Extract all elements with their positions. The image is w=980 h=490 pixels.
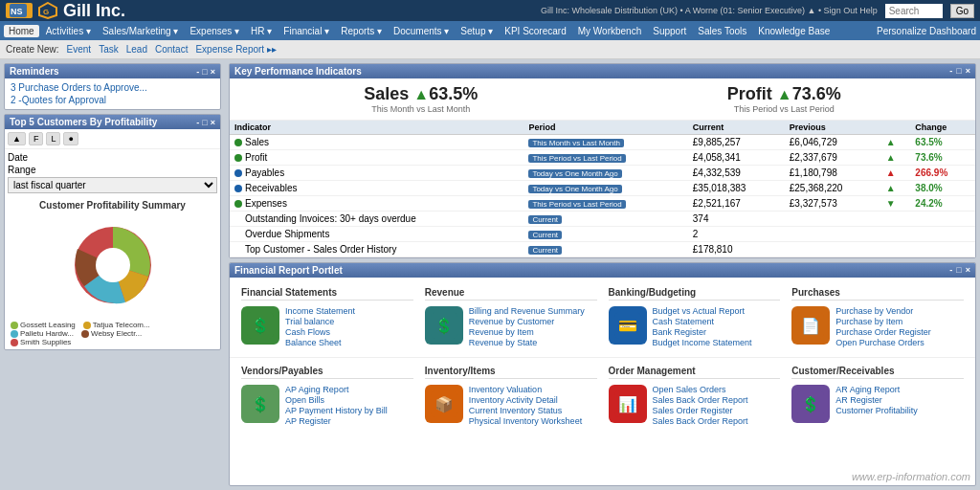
kpi-table-row: Overdue Shipments Current 2 (230, 227, 975, 242)
fin-link[interactable]: Inventory Valuation (469, 385, 582, 394)
kpi-expand[interactable]: □ (956, 66, 961, 77)
fin-link[interactable]: Customer Profitability (835, 406, 918, 415)
svg-text:💲: 💲 (801, 395, 820, 413)
create-event[interactable]: Event (67, 44, 92, 55)
financial-close[interactable]: × (966, 265, 970, 276)
chart-btn-arrow[interactable]: ▲ (8, 132, 26, 145)
fin-link[interactable]: Purchase by Vendor (835, 306, 931, 316)
fin-link[interactable]: Balance Sheet (285, 338, 355, 347)
nav-sales[interactable]: Sales/Marketing ▾ (98, 25, 183, 37)
fin-link[interactable]: Budget Income Statement (653, 338, 752, 347)
fin-link[interactable]: Revenue by Customer (469, 317, 585, 326)
chart-btn-f[interactable]: F (29, 132, 44, 145)
gill-logo-icon: G (38, 2, 57, 19)
nav-financial[interactable]: Financial ▾ (278, 25, 334, 37)
reminder-item-2[interactable]: 2 -Quotes for Approval (8, 94, 217, 106)
fin-section-title: Financial Statements (241, 287, 413, 301)
nav-sales-tools[interactable]: Sales Tools (693, 25, 751, 37)
financial-top-sections: Financial Statements 💲 Income StatementT… (230, 278, 975, 357)
fin-links: Income StatementTrial balanceCash FlowsB… (285, 306, 355, 347)
svg-text:NS: NS (11, 7, 23, 16)
kpi-collapse[interactable]: - (949, 66, 952, 77)
fin-section-inventory-items: Inventory/Items 📦 Inventory ValuationInv… (419, 362, 603, 430)
chart-btn-l[interactable]: L (46, 132, 60, 145)
personalize-dashboard[interactable]: Personalize Dashboard (877, 26, 976, 36)
svg-text:📄: 📄 (801, 317, 820, 335)
reminders-close[interactable]: × (211, 67, 215, 77)
reminders-menu[interactable]: □ (202, 67, 207, 77)
fin-link[interactable]: Budget vs Actual Report (653, 306, 752, 316)
nav-documents[interactable]: Documents ▾ (389, 25, 454, 37)
nav-expenses[interactable]: Expenses ▾ (185, 25, 244, 37)
reminder-item-1[interactable]: 3 Purchase Orders to Approve... (8, 81, 217, 94)
watermark: www.erp-information.com (852, 471, 970, 482)
fin-link[interactable]: Trial balance (285, 317, 355, 326)
create-task[interactable]: Task (99, 44, 119, 55)
reminders-controls: - □ × (196, 67, 215, 77)
kpi-close[interactable]: × (966, 66, 970, 77)
fin-link[interactable]: Purchase Order Register (835, 327, 931, 337)
fin-link[interactable]: Bank Register (653, 327, 752, 337)
nav-support[interactable]: Support (648, 25, 691, 37)
fin-link[interactable]: Sales Order Register (653, 406, 748, 415)
fin-link[interactable]: Purchase by Item (835, 317, 931, 326)
fin-link[interactable]: Open Purchase Orders (835, 338, 931, 347)
top-right-area: Gill Inc: Wholesale Distribution (UK) • … (541, 4, 974, 18)
kpi-row-indicator: Outstanding Invoices: 30+ days overdue (230, 212, 523, 227)
fin-link[interactable]: Sales Back Order Report (653, 395, 748, 405)
nav-home[interactable]: Home (4, 25, 39, 37)
nav-workbench[interactable]: My Workbench (573, 25, 647, 37)
fin-link[interactable]: Revenue by Item (469, 327, 585, 337)
fin-link[interactable]: Cash Flows (285, 327, 355, 337)
nav-hr[interactable]: HR ▾ (246, 25, 277, 37)
fin-icon: 💳 (609, 306, 647, 345)
fin-section-content: 💲 AP Aging ReportOpen BillsAP Payment Hi… (241, 385, 413, 426)
fin-link[interactable]: AP Register (285, 416, 388, 426)
financial-expand[interactable]: □ (956, 265, 961, 276)
legend-dot-4 (11, 339, 18, 346)
nav-setup[interactable]: Setup ▾ (456, 25, 498, 37)
create-expense[interactable]: Expense Report ▸▸ (195, 44, 277, 55)
fin-link[interactable]: Open Sales Orders (653, 385, 748, 394)
financial-collapse[interactable]: - (949, 265, 952, 276)
tc-menu[interactable]: □ (202, 118, 207, 127)
fin-link[interactable]: Income Statement (285, 306, 355, 316)
svg-text:📊: 📊 (618, 395, 637, 413)
top-customers-controls: - □ × (196, 118, 215, 127)
fin-link[interactable]: Current Inventory Status (469, 406, 582, 415)
create-contact[interactable]: Contact (155, 44, 188, 55)
fin-link[interactable]: Billing and Revenue Summary (469, 306, 585, 316)
reminders-collapse[interactable]: - (196, 67, 199, 77)
fin-link[interactable]: Revenue by State (469, 338, 585, 347)
fin-link[interactable]: Open Bills (285, 395, 388, 405)
tc-close[interactable]: × (211, 118, 215, 127)
kpi-row-period: Today vs One Month Ago (523, 181, 687, 196)
kpi-controls: - □ × (949, 66, 970, 77)
nav-reports[interactable]: Reports ▾ (336, 25, 387, 37)
kpi-row-arrow: ▲ (881, 135, 911, 150)
tc-collapse[interactable]: - (196, 118, 199, 127)
kpi-row-dot (234, 139, 242, 146)
search-input[interactable] (885, 4, 943, 18)
nav-kpi[interactable]: KPI Scorecard (500, 25, 570, 37)
fin-link[interactable]: Inventory Activity Detail (469, 395, 582, 405)
fin-link[interactable]: Cash Statement (653, 317, 752, 326)
kpi-sales-arrow: ▲ (413, 86, 429, 102)
chart-btn-dot[interactable]: ● (63, 132, 78, 145)
kpi-row-change: 73.6% (910, 150, 975, 166)
financial-title: Financial Report Portlet (234, 265, 343, 276)
kpi-row-indicator: Payables (230, 166, 523, 181)
fin-icon-svg: 📊 (614, 390, 641, 417)
fin-link[interactable]: AP Aging Report (285, 385, 388, 394)
search-button[interactable]: Go (950, 4, 974, 18)
fin-link[interactable]: AR Register (835, 395, 918, 405)
kpi-row-previous (785, 242, 881, 257)
fin-link[interactable]: Physical Inventory Worksheet (469, 416, 582, 426)
create-lead[interactable]: Lead (126, 44, 147, 55)
fin-link[interactable]: AR Aging Report (835, 385, 918, 394)
range-select[interactable]: last fiscal quarter (8, 177, 217, 193)
nav-activities[interactable]: Activities ▾ (41, 25, 96, 37)
fin-link[interactable]: AP Payment History by Bill (285, 406, 388, 415)
nav-knowledge[interactable]: Knowledge Base (753, 25, 835, 37)
fin-link[interactable]: Sales Back Order Report (653, 416, 748, 426)
